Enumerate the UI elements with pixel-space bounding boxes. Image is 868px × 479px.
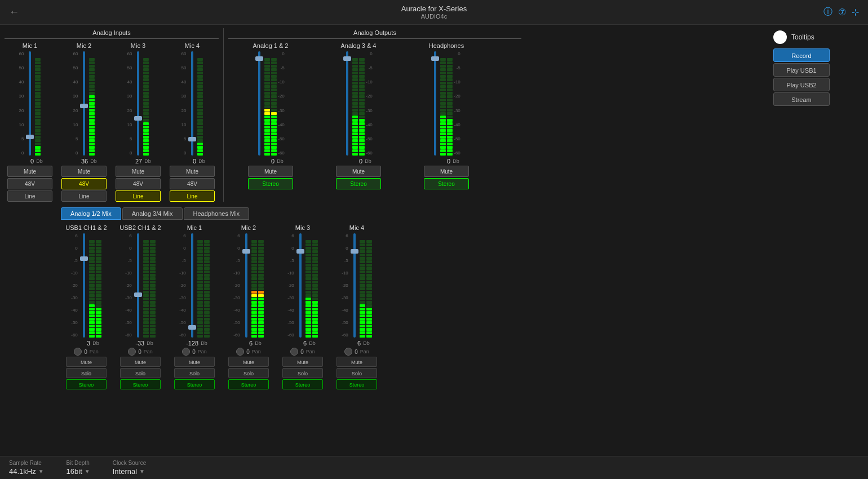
mix-mic4-mute-btn[interactable]: Mute	[336, 357, 377, 367]
mic1-channel: Mic 1 60504030201050	[5, 42, 55, 202]
mix-section: Analog 1/2 Mix Analog 3/4 Mix Headphones…	[5, 207, 769, 389]
mix-mic2-pan-knob[interactable]	[236, 348, 244, 356]
clock-source-label: Clock Source	[113, 460, 146, 466]
mic1-mute-btn[interactable]: Mute	[7, 166, 52, 177]
mix-mic2-mute-btn[interactable]: Mute	[228, 357, 269, 367]
analog12-channel: Analog 1 & 2	[228, 42, 313, 189]
tooltips-toggle[interactable]	[773, 30, 787, 44]
mix-mic1-label: Mic 1	[187, 224, 202, 231]
mix-usb2-fader[interactable]	[134, 233, 142, 338]
mix-usb2-label: USB2 CH1 & 2	[119, 224, 161, 231]
record-btn[interactable]: Record	[773, 48, 830, 62]
mix-mic3-pan-row: 0 Pan	[290, 348, 315, 356]
mix-mic1-pan-knob[interactable]	[182, 348, 190, 356]
analog34-mute-btn[interactable]: Mute	[336, 166, 381, 177]
mix-mic1-solo-btn[interactable]: Solo	[174, 368, 215, 378]
mic3-48v-btn[interactable]: 48V	[116, 178, 161, 189]
mic3-label: Mic 3	[131, 42, 145, 49]
mix-mic2-stereo-btn[interactable]: Stereo	[228, 379, 269, 389]
mix-usb2-mute-btn[interactable]: Mute	[120, 357, 161, 367]
mic1-48v-btn[interactable]: 48V	[7, 178, 52, 189]
clock-source-select[interactable]: Internal ▼	[113, 467, 146, 476]
mix-mic1-mute-btn[interactable]: Mute	[174, 357, 215, 367]
mix-usb1-stereo-btn[interactable]: Stereo	[66, 379, 107, 389]
clock-source-arrow: ▼	[139, 468, 145, 474]
mix-tab-analog12[interactable]: Analog 1/2 Mix	[61, 207, 121, 220]
analog12-mute-btn[interactable]: Mute	[248, 166, 293, 177]
bit-depth-field: Bit Depth 16bit ▼	[67, 460, 90, 476]
mix-mic3-mute-btn[interactable]: Mute	[282, 357, 323, 367]
mix-usb1-mute-btn[interactable]: Mute	[66, 357, 107, 367]
mix-mic1-scale: 60-5-10-20-30-40-50-60	[179, 233, 187, 338]
mix-mic3-label: Mic 3	[295, 224, 310, 231]
bottom-bar: Sample Rate 44.1kHz ▼ Bit Depth 16bit ▼ …	[0, 456, 868, 479]
mix-usb2-solo-btn[interactable]: Solo	[120, 368, 161, 378]
mic4-48v-btn[interactable]: 48V	[170, 178, 215, 189]
mix-mic1-fader[interactable]	[188, 233, 196, 338]
mix-tab-analog34[interactable]: Analog 3/4 Mix	[122, 207, 183, 220]
mix-usb1-scale: 60-5-10-20-30-40-50-60	[71, 233, 79, 338]
play-usb1-btn[interactable]: Play USB1	[773, 63, 830, 77]
clock-source-value: Internal	[113, 467, 137, 476]
mix-mic3-fader[interactable]	[296, 233, 304, 338]
mix-mic1-meter	[197, 233, 210, 338]
mic2-fader[interactable]	[80, 51, 88, 156]
mic2-48v-btn[interactable]: 48V	[61, 178, 107, 189]
mic2-line-btn[interactable]: Line	[61, 190, 107, 202]
mix-mic3-pan-knob[interactable]	[290, 348, 298, 356]
info-icon[interactable]: ⓘ	[823, 6, 832, 18]
mic4-fader[interactable]	[188, 51, 196, 156]
mix-mic4-solo-btn[interactable]: Solo	[336, 368, 377, 378]
mix-usb2-pan-knob[interactable]	[128, 348, 136, 356]
device-name: AUDIO4c	[401, 13, 467, 20]
mix-mic4-fader[interactable]	[351, 233, 358, 338]
mix-usb2-channel: USB2 CH1 & 2 60-5-10-20-30-40-50-60	[115, 224, 166, 389]
analog34-fader[interactable]	[343, 51, 351, 156]
mix-usb1-pan-knob[interactable]	[74, 348, 82, 356]
clock-source-field: Clock Source Internal ▼	[113, 460, 146, 476]
mix-usb2-stereo-btn[interactable]: Stereo	[120, 379, 161, 389]
mix-mic2-fader[interactable]	[242, 233, 250, 338]
sample-rate-select[interactable]: 44.1kHz ▼	[9, 467, 44, 476]
mic3-line-btn[interactable]: Line	[116, 190, 161, 202]
mix-mic2-meter	[251, 233, 264, 338]
mic4-meter	[197, 51, 203, 156]
mic4-mute-btn[interactable]: Mute	[170, 166, 215, 177]
back-button[interactable]: ←	[9, 6, 19, 18]
mix-mic1-channel: Mic 1 60-5-10-20-30-40-50-60	[169, 224, 220, 389]
mix-tab-headphones[interactable]: Headphones Mix	[184, 207, 250, 220]
play-usb2-btn[interactable]: Play USB2	[773, 78, 830, 91]
sample-rate-arrow: ▼	[38, 468, 44, 474]
mic2-mute-btn[interactable]: Mute	[61, 166, 107, 177]
headphones-stereo-btn[interactable]: Stereo	[424, 178, 469, 189]
stream-btn[interactable]: Stream	[773, 92, 830, 106]
mix-mic3-stereo-btn[interactable]: Stereo	[282, 379, 323, 389]
bit-depth-select[interactable]: 16bit ▼	[67, 467, 90, 476]
mic1-line-btn[interactable]: Line	[7, 190, 52, 202]
mic3-fader[interactable]	[134, 51, 142, 156]
headphones-mute-btn[interactable]: Mute	[424, 166, 469, 177]
mic1-fader[interactable]	[26, 51, 34, 156]
analog12-meter	[264, 51, 277, 156]
mix-mic4-pan-knob[interactable]	[344, 348, 352, 356]
analog34-stereo-btn[interactable]: Stereo	[336, 178, 381, 189]
wifi-icon[interactable]: ⊹	[852, 7, 859, 17]
mix-mic4-stereo-btn[interactable]: Stereo	[336, 379, 377, 389]
headphones-fader[interactable]	[431, 51, 439, 156]
mic3-mute-btn[interactable]: Mute	[116, 166, 161, 177]
mix-mic4-scale: 60-5-10-20-30-40-50-60	[342, 233, 349, 338]
mic4-line-btn[interactable]: Line	[170, 190, 215, 202]
analog34-channel: Analog 3 & 4	[316, 42, 401, 189]
mix-mic3-channel: Mic 3 60-5-10-20-30-40-50-60	[277, 224, 328, 389]
mix-mic3-solo-btn[interactable]: Solo	[282, 368, 323, 378]
analog12-stereo-btn[interactable]: Stereo	[248, 178, 293, 189]
mix-usb1-pan-row: 0 Pan	[74, 348, 99, 356]
analog12-fader[interactable]	[255, 51, 263, 156]
help-icon[interactable]: ⑦	[838, 7, 846, 17]
mix-usb1-fader[interactable]	[80, 233, 88, 338]
sample-rate-label: Sample Rate	[9, 460, 44, 466]
mix-mic2-solo-btn[interactable]: Solo	[228, 368, 269, 378]
mix-channels: USB1 CH1 & 2 60-5-10-20-30-40-50-60	[61, 224, 769, 389]
mix-mic1-stereo-btn[interactable]: Stereo	[174, 379, 215, 389]
mix-usb1-solo-btn[interactable]: Solo	[66, 368, 107, 378]
